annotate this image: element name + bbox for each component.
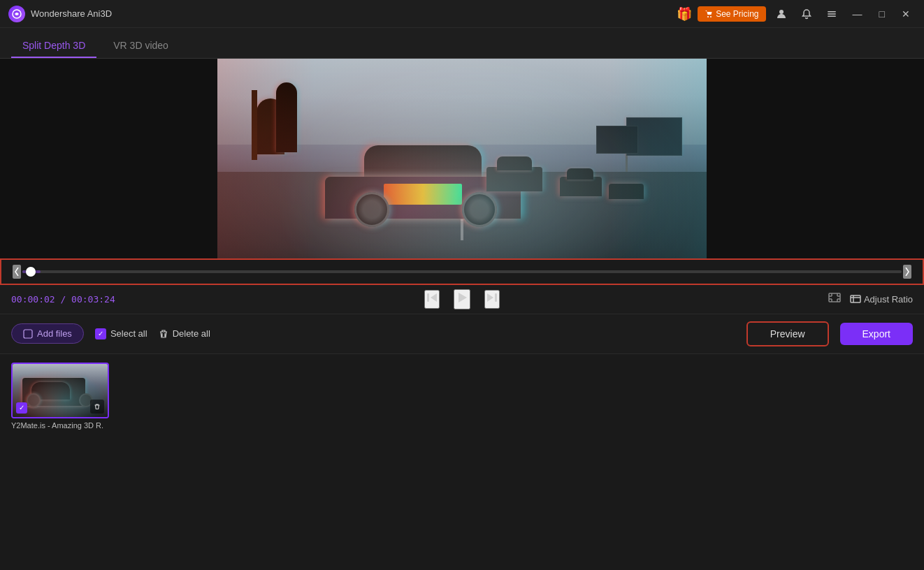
titlebar: Wondershare Ani3D 🎁 See Pricing (0, 0, 924, 28)
maximize-button[interactable]: □ (874, 6, 890, 22)
menu-icon-button[interactable] (822, 4, 842, 24)
svg-rect-8 (495, 293, 497, 302)
timecode-display: 00:00:02 / 00:03:24 (11, 294, 115, 305)
scrubber-thumb[interactable] (26, 267, 36, 277)
file-name: Y2Mate.is - Amazing 3D R. (11, 421, 109, 430)
preview-button[interactable]: Preview (746, 321, 829, 346)
anaglyph-cyan-overlay (217, 59, 707, 258)
svg-rect-10 (851, 295, 860, 302)
svg-point-1 (707, 16, 709, 17)
user-icon-button[interactable] (772, 4, 791, 24)
gift-icon[interactable]: 🎁 (677, 6, 692, 22)
file-delete-button[interactable] (90, 400, 104, 414)
play-button[interactable] (454, 289, 470, 309)
plus-icon (23, 329, 33, 339)
app-logo (8, 6, 25, 22)
file-list: ✓ Y2Mate.is - Amazing 3D R. (0, 354, 924, 571)
svg-rect-5 (828, 13, 836, 15)
svg-rect-4 (828, 11, 836, 13)
svg-rect-7 (427, 293, 429, 302)
titlebar-actions: 🎁 See Pricing (677, 4, 916, 24)
see-pricing-button[interactable]: See Pricing (698, 6, 765, 22)
tab-vr-3d-video[interactable]: VR 3D video (102, 34, 180, 58)
anaglyph-scene (217, 59, 707, 258)
playback-right-controls: Adjust Ratio (828, 291, 913, 308)
timeline-area (0, 258, 924, 285)
tab-split-depth-3d[interactable]: Split Depth 3D (11, 34, 96, 58)
video-area (0, 59, 924, 258)
file-thumbnail: ✓ (11, 363, 109, 418)
playback-bar: 00:00:02 / 00:03:24 (0, 285, 924, 314)
cart-icon (705, 10, 713, 18)
svg-point-3 (779, 10, 784, 14)
select-all-checkbox: ✓ (95, 328, 106, 339)
file-checkbox[interactable]: ✓ (16, 402, 27, 414)
skip-forward-button[interactable] (484, 290, 500, 309)
export-button[interactable]: Export (840, 323, 913, 345)
scrubber-handle-right[interactable] (903, 265, 911, 279)
aspect-ratio-icon-button[interactable] (828, 291, 842, 308)
svg-rect-9 (829, 293, 840, 302)
skip-back-button[interactable] (424, 290, 440, 309)
list-item[interactable]: ✓ Y2Mate.is - Amazing 3D R. (11, 363, 109, 430)
scrubber-background (22, 270, 902, 273)
svg-point-2 (710, 16, 712, 17)
tabbar: Split Depth 3D VR 3D video (0, 28, 924, 59)
app-title: Wondershare Ani3D (31, 8, 677, 19)
video-preview (217, 59, 707, 258)
minimize-button[interactable]: — (847, 6, 868, 22)
trash-icon (159, 329, 168, 339)
file-bar: Add files ✓ Select all Delete all Previe… (0, 314, 924, 354)
scrubber-track[interactable] (13, 265, 911, 278)
svg-rect-11 (24, 330, 32, 338)
notification-icon-button[interactable] (797, 4, 816, 24)
scrubber-handle-left[interactable] (13, 265, 21, 279)
close-button[interactable]: ✕ (896, 6, 916, 22)
select-all-button[interactable]: ✓ Select all (95, 328, 147, 339)
adjust-ratio-button[interactable]: Adjust Ratio (850, 293, 913, 305)
playback-controls (424, 289, 500, 309)
delete-all-button[interactable]: Delete all (159, 328, 210, 339)
add-files-button[interactable]: Add files (11, 323, 84, 344)
svg-rect-6 (828, 15, 836, 17)
